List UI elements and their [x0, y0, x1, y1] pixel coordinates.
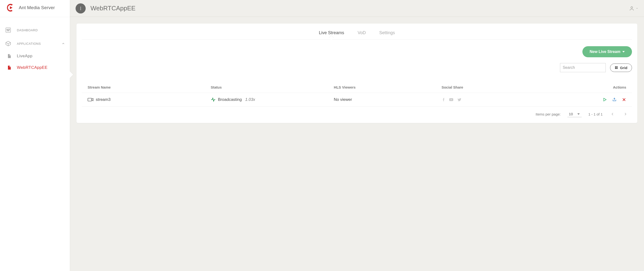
- pager-next-button[interactable]: [622, 111, 628, 117]
- document-icon: [6, 53, 12, 60]
- pager-range: 1 - 1 of 1: [588, 112, 602, 116]
- streams-table: Stream Name Status HLS Viewers Social Sh…: [82, 82, 632, 106]
- user-menu[interactable]: [629, 6, 638, 11]
- menu-button[interactable]: [76, 3, 86, 14]
- activity-icon: [211, 97, 216, 102]
- svg-point-4: [8, 30, 8, 31]
- dots-vertical-icon: [78, 6, 83, 10]
- cell-stream-name[interactable]: stream3: [88, 97, 211, 102]
- main-card: Live Streams VoD Settings New Live Strea…: [76, 24, 637, 123]
- svg-rect-12: [616, 66, 618, 68]
- svg-point-10: [631, 6, 632, 8]
- grid-view-button[interactable]: Grid: [610, 64, 632, 72]
- items-per-page-select[interactable]: 10: [568, 111, 582, 117]
- new-live-stream-button[interactable]: New Live Stream: [582, 46, 632, 57]
- youtube-icon[interactable]: [449, 98, 454, 102]
- sidebar-header: Ant Media Server: [0, 0, 70, 17]
- delete-icon[interactable]: [622, 98, 626, 102]
- cell-viewers: No viewer: [334, 97, 442, 102]
- col-status: Status: [211, 85, 334, 89]
- caret-down-icon: [636, 7, 638, 10]
- document-icon: [6, 64, 12, 71]
- sidebar-item-applications[interactable]: APPLICATIONS: [5, 37, 65, 50]
- camera-icon: [88, 97, 94, 102]
- table-row: stream3 Broadcasting 1.03x No viewer: [82, 93, 632, 106]
- svg-marker-16: [604, 98, 606, 101]
- col-hls-viewers: HLS Viewers: [334, 85, 442, 89]
- active-indicator-arrow: [70, 71, 73, 78]
- col-actions: Actions: [549, 85, 626, 89]
- chevron-up-icon: [62, 42, 65, 45]
- sidebar-item-label: DASHBOARD: [17, 28, 38, 32]
- grid-icon: [615, 66, 618, 69]
- pager: Items per page: 10 1 - 1 of 1: [82, 111, 632, 117]
- chevron-right-icon: [623, 112, 628, 116]
- tab-vod[interactable]: VoD: [358, 30, 366, 36]
- facebook-icon[interactable]: [442, 98, 446, 102]
- sliders-icon: [5, 27, 12, 34]
- table-header: Stream Name Status HLS Viewers Social Sh…: [82, 82, 632, 93]
- svg-point-2: [7, 29, 8, 30]
- user-icon: [629, 6, 634, 11]
- sidebar-item-label: APPLICATIONS: [17, 42, 41, 46]
- sidebar-nav: DASHBOARD APPLICATIONS: [0, 22, 70, 75]
- sidebar-item-label: WebRTCAppEE: [17, 65, 48, 70]
- twitter-icon[interactable]: [457, 98, 462, 102]
- logo-icon: [6, 3, 16, 12]
- tabs: Live Streams VoD Settings: [82, 28, 632, 40]
- caret-down-icon: [622, 51, 625, 52]
- svg-point-6: [9, 29, 10, 30]
- col-stream-name: Stream Name: [88, 85, 211, 89]
- brand-title: Ant Media Server: [19, 5, 55, 10]
- play-icon[interactable]: [602, 98, 607, 102]
- topbar: WebRTCAppEE: [70, 0, 644, 17]
- sidebar: Ant Media Server DASHBOARD: [0, 0, 70, 271]
- tab-live-streams[interactable]: Live Streams: [319, 30, 344, 36]
- sidebar-item-dashboard[interactable]: DASHBOARD: [5, 23, 65, 37]
- page-title: WebRTCAppEE: [90, 4, 136, 12]
- box-icon: [5, 40, 12, 47]
- chevron-left-icon: [610, 112, 615, 116]
- tab-settings[interactable]: Settings: [379, 30, 395, 36]
- svg-point-9: [80, 9, 81, 10]
- search-input[interactable]: [560, 63, 606, 72]
- cell-social-share: [442, 98, 550, 102]
- svg-rect-15: [88, 98, 92, 101]
- svg-point-8: [80, 8, 81, 9]
- svg-rect-13: [615, 68, 616, 69]
- pager-prev-button[interactable]: [609, 111, 616, 117]
- cell-status: Broadcasting 1.03x: [211, 97, 334, 102]
- share-icon[interactable]: [612, 98, 616, 102]
- cell-actions: [549, 98, 626, 102]
- sidebar-item-liveapp[interactable]: LiveApp: [6, 50, 65, 62]
- svg-rect-11: [615, 66, 616, 68]
- svg-point-7: [80, 7, 81, 8]
- col-social-share: Social Share: [442, 85, 550, 89]
- sidebar-item-webrtcappee[interactable]: WebRTCAppEE: [6, 62, 65, 74]
- svg-rect-14: [616, 68, 618, 69]
- items-per-page-label: Items per page:: [536, 112, 561, 116]
- sidebar-item-label: LiveApp: [17, 54, 32, 58]
